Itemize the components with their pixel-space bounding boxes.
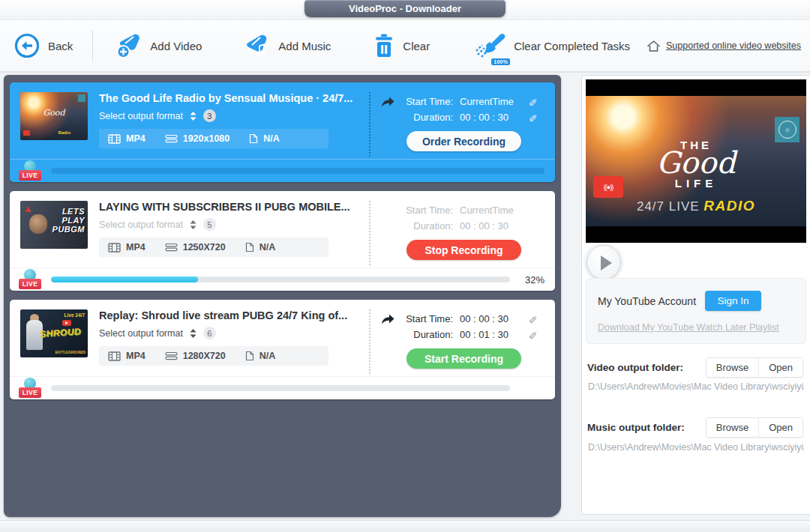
live-badge: LIVE (19, 379, 41, 398)
start-time-value: CurrentTime (460, 205, 529, 216)
video-thumbnail: ➤ LETSPLAYPUBGM (20, 201, 88, 249)
trash-icon (373, 32, 395, 59)
video-thumbnail: Live 24/7 SHROUD BATTLEGROUNDS (20, 309, 88, 357)
sign-in-button[interactable]: Sign In (705, 291, 761, 311)
file-icon (249, 133, 258, 144)
duration-value: 00 : 00 : 30 (460, 220, 529, 232)
task-card-shroud[interactable]: Live 24/7 SHROUD BATTLEGROUNDS Replay: S… (10, 300, 555, 399)
format-info-bar: MP4 1250X720 N/A (99, 238, 328, 257)
home-icon (646, 40, 661, 52)
title-bar: VideoProc - Downloader (0, 0, 810, 19)
play-button[interactable] (586, 245, 621, 279)
back-button[interactable]: Back (14, 32, 73, 59)
select-format-label[interactable]: Select output format (99, 328, 183, 339)
video-open-button[interactable]: Open (759, 358, 802, 377)
thumb-text: Radio (58, 130, 70, 135)
schedule-arrow-icon (381, 314, 394, 324)
order-recording-button[interactable]: Order Recording (406, 131, 521, 151)
stop-recording-button[interactable]: Stop Recording (406, 240, 521, 260)
supported-websites-group: Supported online video websites (646, 40, 801, 52)
task-card-pubg-mobile[interactable]: ➤ LETSPLAYPUBGM LAYING WITH SUBSCRIBERS … (10, 191, 555, 291)
edit-duration-icon[interactable]: ✎ (529, 330, 538, 340)
youtube-account-box: My YouTube Account Sign In Download My Y… (586, 278, 806, 344)
format-count-badge: 6 (203, 327, 216, 339)
toolbar-separator (92, 30, 93, 61)
supported-websites-link[interactable]: Supported online video websites (666, 40, 801, 51)
preview-photo: THE Good LIFE 24/7 LIVE RADIO ((●)) ☼ (586, 96, 806, 226)
window-title: VideoProc - Downloader (304, 0, 506, 17)
sort-arrows-icon[interactable] (190, 112, 196, 121)
edit-start-time-icon[interactable]: ✎ (529, 314, 538, 324)
video-thumbnail: Good Radio (20, 92, 88, 140)
music-browse-button[interactable]: Browse (706, 418, 759, 437)
duration-value: 00 : 00 : 30 (460, 112, 529, 123)
add-video-button[interactable]: Add Video (114, 32, 202, 59)
task-card-goodlife[interactable]: Good Radio The Good Life Radio by Sensua… (10, 82, 555, 182)
resolution-value: 1250X720 (183, 242, 226, 253)
start-time-value: 00 : 00 : 30 (460, 313, 529, 324)
sort-arrows-icon[interactable] (190, 220, 196, 229)
task-list-panel: Good Radio The Good Life Radio by Sensua… (4, 75, 561, 517)
video-preview[interactable]: THE Good LIFE 24/7 LIVE RADIO ((●)) ☼ (586, 79, 806, 243)
edit-start-time-icon[interactable]: ✎ (529, 97, 538, 107)
workspace: Good Radio The Good Life Radio by Sensua… (0, 73, 810, 520)
filesize-value: N/A (260, 351, 276, 361)
preview-text: LIFE (675, 177, 718, 190)
add-music-label: Add Music (278, 40, 331, 52)
resolution-icon (165, 134, 178, 143)
codec-icon (108, 243, 121, 253)
duration-value: 00 : 01 : 30 (460, 329, 529, 340)
file-icon (245, 351, 254, 361)
format-info-bar: MP4 1920x1080 N/A (99, 129, 328, 148)
thumb-text: SHROUD (40, 326, 82, 339)
thumb-arrow: ➤ (22, 205, 34, 217)
thumb-text: LETSPLAYPUBGM (52, 207, 85, 234)
thumb-text: BATTLEGROUNDS (56, 351, 86, 354)
clear-label: Clear (403, 40, 430, 52)
watch-later-link[interactable]: Download My YouTube Watch Later Playlist (598, 322, 779, 333)
start-time-label: Start Time: (398, 96, 453, 107)
start-time-label: Start Time: (398, 205, 453, 216)
format-info-bar: MP4 1280X720 N/A (99, 346, 328, 366)
music-output-path: D:\Users\Andrew\Movies\Mac Video Library… (588, 442, 804, 453)
edit-duration-icon[interactable]: ✎ (529, 112, 538, 123)
channel-logo: ☼ (775, 117, 800, 142)
progress-bar (51, 385, 510, 391)
clear-button[interactable]: Clear (373, 32, 430, 59)
file-icon (245, 242, 254, 253)
brush-icon (473, 31, 506, 60)
preview-text: 24/7 LIVE RADIO (637, 198, 755, 214)
add-video-icon (114, 32, 142, 59)
youtube-account-label: My YouTube Account (598, 295, 696, 307)
duration-label: Duration: (398, 220, 453, 232)
start-recording-button[interactable]: Start Recording (406, 348, 521, 369)
codec-icon (108, 134, 121, 144)
add-music-button[interactable]: Add Music (242, 32, 331, 59)
resolution-value: 1920x1080 (183, 133, 230, 144)
add-music-icon (242, 32, 271, 59)
back-arrow-icon (14, 32, 40, 59)
progress-percent-label: 32% (510, 274, 544, 285)
format-count-badge: 5 (203, 218, 216, 231)
video-browse-button[interactable]: Browse (706, 358, 759, 377)
filesize-value: N/A (263, 133, 280, 144)
music-open-button[interactable]: Open (759, 418, 802, 437)
thumb-face (29, 214, 47, 234)
sort-arrows-icon[interactable] (190, 329, 196, 338)
format-value: MP4 (126, 351, 146, 361)
clear-completed-label: Clear Completed Tasks (514, 40, 630, 52)
codec-icon (108, 351, 121, 361)
select-format-label[interactable]: Select output format (99, 220, 183, 230)
thumb-text: Live 24/7 (64, 312, 85, 318)
task-title: LAYING WITH SUBSCRIBERS II PUBG MOBILE..… (99, 201, 360, 213)
select-format-label[interactable]: Select output format (99, 111, 183, 121)
clear-completed-tasks-button[interactable]: 100% Clear Completed Tasks (473, 31, 630, 60)
video-output-folder-label: Video output folder: (587, 362, 683, 373)
thumb-live-mark (23, 130, 30, 136)
preview-panel: THE Good LIFE 24/7 LIVE RADIO ((●)) ☼ My… (581, 75, 810, 515)
duration-label: Duration: (398, 112, 453, 123)
video-output-path: D:\Users\Andrew\Movies\Mac Video Library… (588, 381, 804, 392)
start-time-value: CurrentTime (460, 96, 529, 107)
brush-100-badge: 100% (491, 58, 510, 65)
resolution-icon (165, 351, 178, 360)
